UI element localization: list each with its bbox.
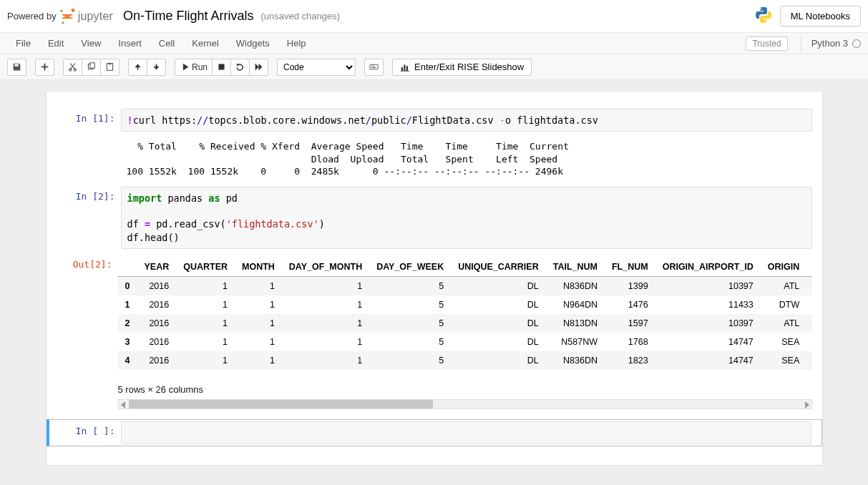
cut-button[interactable] xyxy=(63,59,82,76)
df-column-header xyxy=(118,258,137,277)
code-input[interactable]: !curl https://topcs.blob.core.windows.ne… xyxy=(121,109,812,132)
scroll-right-icon xyxy=(805,401,809,408)
svg-point-6 xyxy=(74,69,76,71)
svg-point-2 xyxy=(62,21,64,24)
restart-button[interactable] xyxy=(230,59,250,76)
jupyter-logo[interactable]: jupyter xyxy=(58,7,113,26)
notebook-title[interactable]: On-Time Flight Arrivals xyxy=(123,9,253,24)
hub-button[interactable]: ML Notebooks xyxy=(780,6,861,26)
kernel-idle-icon xyxy=(852,39,861,48)
toolbar: Run Code Markdown Raw NBConvert Heading … xyxy=(0,54,868,80)
table-row: 220161115DLN813DN159710397ATL... xyxy=(118,314,812,333)
menu-insert[interactable]: Insert xyxy=(109,35,150,52)
svg-rect-10 xyxy=(109,63,111,64)
trusted-indicator[interactable]: Trusted xyxy=(746,36,787,51)
df-column-header: FL_NUM xyxy=(605,258,655,277)
save-status: (unsaved changes) xyxy=(260,11,340,21)
code-cell-selected[interactable]: In [ ]: xyxy=(47,419,822,446)
code-input[interactable]: import pandas as pd df = pd.read_csv('fl… xyxy=(121,187,812,249)
command-palette-button[interactable] xyxy=(364,59,384,76)
menu-help[interactable]: Help xyxy=(278,35,315,52)
code-cell[interactable]: In [1]: !curl https://topcs.blob.core.wi… xyxy=(47,107,822,133)
scroll-left-icon xyxy=(121,401,125,408)
input-prompt: In [1]: xyxy=(49,109,121,132)
input-prompt: In [2]: xyxy=(49,187,121,249)
cell-type-select[interactable]: Code Markdown Raw NBConvert Heading xyxy=(277,59,356,76)
df-column-header: ORIGIN_AIRPORT_ID xyxy=(655,258,761,277)
svg-rect-16 xyxy=(372,66,373,67)
menubar: File Edit View Insert Cell Kernel Widget… xyxy=(0,33,868,54)
menu-edit[interactable]: Edit xyxy=(39,35,72,52)
df-column-header: TAIL_NUM xyxy=(546,258,605,277)
move-up-button[interactable] xyxy=(128,59,147,76)
svg-rect-8 xyxy=(90,63,95,68)
menu-file[interactable]: File xyxy=(7,35,39,52)
notebook-header: Powered by jupyter On-Time Flight Arriva… xyxy=(0,0,868,33)
menu-view[interactable]: View xyxy=(72,35,109,52)
df-column-header: ORIGIN xyxy=(761,258,806,277)
rise-slideshow-button[interactable]: Enter/Exit RISE Slideshow xyxy=(392,59,532,76)
output-prompt: Out[2]: xyxy=(47,255,118,409)
run-button[interactable]: Run xyxy=(175,59,213,76)
svg-rect-12 xyxy=(156,64,157,67)
svg-point-5 xyxy=(69,69,72,71)
output-row: Out[2]: YEARQUARTERMONTHDAY_OF_MONTHDAY_… xyxy=(47,255,822,409)
scrollbar-thumb[interactable] xyxy=(129,400,434,408)
df-column-header: DAY_OF_MONTH xyxy=(282,258,369,277)
dataframe-shape: 5 rows × 26 columns xyxy=(118,380,812,398)
copy-button[interactable] xyxy=(82,59,101,76)
svg-rect-11 xyxy=(137,67,139,70)
table-row: 020161115DLN836DN139910397ATL... xyxy=(118,276,812,295)
horizontal-scrollbar[interactable] xyxy=(118,399,812,409)
code-cell[interactable]: In [2]: import pandas as pd df = pd.read… xyxy=(47,185,822,250)
df-column-header: QUARTER xyxy=(176,258,235,277)
add-cell-button[interactable] xyxy=(35,59,54,76)
powered-by-label: Powered by xyxy=(7,11,57,21)
svg-rect-21 xyxy=(406,66,408,71)
output-cell: % Total % Received % Xferd Average Speed… xyxy=(47,133,822,181)
svg-rect-20 xyxy=(404,64,405,71)
menu-widgets[interactable]: Widgets xyxy=(228,35,278,52)
save-button[interactable] xyxy=(7,59,26,76)
svg-point-1 xyxy=(71,9,74,12)
df-column-header: YEAR xyxy=(137,258,176,277)
svg-rect-14 xyxy=(370,64,378,69)
notebook-container: In [1]: !curl https://topcs.blob.core.wi… xyxy=(0,80,868,485)
svg-point-0 xyxy=(60,9,62,11)
svg-rect-18 xyxy=(371,67,376,68)
menu-kernel[interactable]: Kernel xyxy=(183,35,228,52)
svg-point-4 xyxy=(765,20,766,21)
interrupt-button[interactable] xyxy=(212,59,231,76)
python-logo-icon xyxy=(754,6,773,26)
jupyter-icon xyxy=(58,7,77,26)
input-prompt: In [ ]: xyxy=(49,421,121,444)
paste-button[interactable] xyxy=(100,59,120,76)
kernel-indicator[interactable]: Python 3 xyxy=(801,36,861,52)
restart-run-all-button[interactable] xyxy=(249,59,268,76)
code-input[interactable] xyxy=(121,421,811,444)
svg-rect-15 xyxy=(371,66,371,67)
move-down-button[interactable] xyxy=(147,59,166,76)
svg-rect-17 xyxy=(374,66,375,67)
dataframe-output: YEARQUARTERMONTHDAY_OF_MONTHDAY_OF_WEEKU… xyxy=(118,255,812,380)
bar-chart-icon xyxy=(400,62,410,72)
svg-point-3 xyxy=(760,9,761,10)
table-row: 320161115DLN587NW176814747SEA... xyxy=(118,333,812,351)
dataframe-table: YEARQUARTERMONTHDAY_OF_MONTHDAY_OF_WEEKU… xyxy=(118,258,812,370)
notebook: In [1]: !curl https://topcs.blob.core.wi… xyxy=(46,92,823,466)
menu-cell[interactable]: Cell xyxy=(150,35,183,52)
df-column-header: ... xyxy=(806,258,811,277)
stdout-output: % Total % Received % Xferd Average Speed… xyxy=(121,134,812,180)
table-row: 420161115DLN836DN182314747SEA... xyxy=(118,351,812,370)
table-row: 120161115DLN964DN147611433DTW... xyxy=(118,295,812,314)
svg-rect-13 xyxy=(218,64,224,69)
svg-rect-19 xyxy=(401,67,403,71)
df-column-header: MONTH xyxy=(235,258,282,277)
df-column-header: DAY_OF_WEEK xyxy=(369,258,451,277)
df-column-header: UNIQUE_CARRIER xyxy=(451,258,546,277)
